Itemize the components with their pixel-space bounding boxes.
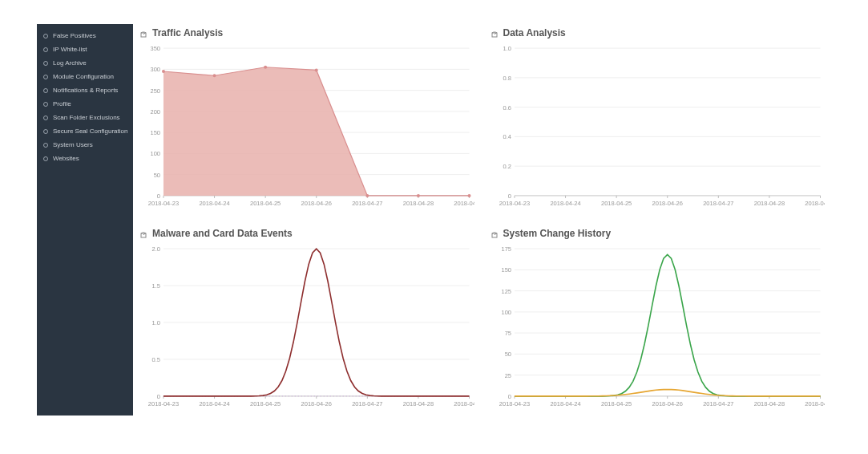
bullet-icon: [43, 116, 48, 120]
sidebar-item-label: IP White-list: [53, 46, 87, 53]
svg-text:2018-04-23: 2018-04-23: [499, 400, 529, 407]
sidebar-item-label: Websites: [53, 155, 79, 162]
chart-svg: 02550751001251501752018-04-232018-04-242…: [491, 244, 826, 412]
svg-text:1.5: 1.5: [152, 282, 160, 290]
svg-point-38: [417, 194, 420, 197]
svg-text:100: 100: [501, 309, 511, 316]
svg-text:250: 250: [150, 87, 160, 95]
svg-point-35: [264, 66, 267, 69]
svg-text:100: 100: [150, 150, 160, 157]
sidebar-item-secure-seal-configuration[interactable]: Secure Seal Configuration: [37, 124, 133, 138]
svg-text:200: 200: [150, 108, 160, 116]
svg-text:2018-04-27: 2018-04-27: [352, 200, 382, 207]
svg-text:2018-04-25: 2018-04-25: [600, 400, 631, 407]
svg-text:300: 300: [150, 66, 160, 73]
svg-text:2018-04-24: 2018-04-24: [199, 200, 229, 207]
sidebar-item-label: Log Archive: [53, 59, 87, 67]
svg-rect-97: [492, 233, 497, 237]
svg-text:0.6: 0.6: [503, 104, 511, 111]
svg-point-39: [468, 194, 471, 197]
sidebar-item-label: Secure Seal Configuration: [53, 128, 127, 135]
sidebar-item-label: Notifications & Reports: [53, 87, 118, 94]
svg-text:2018-04-29: 2018-04-29: [454, 200, 474, 207]
svg-text:2018-04-25: 2018-04-25: [600, 200, 631, 207]
bullet-icon: [43, 129, 48, 134]
svg-text:2018-04-29: 2018-04-29: [805, 400, 825, 407]
sidebar-item-notifications-reports[interactable]: Notifications & Reports: [37, 83, 133, 97]
svg-text:2018-04-24: 2018-04-24: [199, 400, 229, 407]
panel-malware-events: Malware and Card Data Events 00.51.01.52…: [139, 228, 474, 412]
sidebar-item-system-users[interactable]: System Users: [37, 138, 133, 152]
svg-text:50: 50: [154, 172, 160, 179]
svg-text:2018-04-24: 2018-04-24: [550, 400, 580, 407]
panel-title-text: System Change History: [503, 228, 612, 239]
svg-text:2018-04-28: 2018-04-28: [753, 200, 784, 207]
panel-data-analysis: Data Analysis 00.20.40.60.81.02018-04-23…: [491, 27, 826, 212]
bullet-icon: [43, 47, 48, 52]
svg-text:75: 75: [504, 330, 511, 337]
svg-text:2018-04-24: 2018-04-24: [550, 200, 580, 207]
svg-text:2018-04-28: 2018-04-28: [403, 400, 434, 407]
panel-title-text: Data Analysis: [503, 27, 566, 39]
bullet-icon: [43, 156, 48, 161]
panel-title: Malware and Card Data Events: [139, 228, 474, 239]
sidebar-item-label: System Users: [53, 141, 93, 148]
sidebar-item-label: Module Configuration: [53, 73, 114, 80]
sidebar-item-label: False Positives: [53, 32, 96, 39]
sidebar-item-ip-white-list[interactable]: IP White-list: [37, 43, 133, 56]
app-frame: False PositivesIP White-listLog ArchiveM…: [0, 0, 868, 454]
svg-text:0: 0: [507, 393, 511, 400]
svg-text:2018-04-26: 2018-04-26: [301, 200, 332, 207]
svg-text:175: 175: [501, 245, 511, 253]
svg-text:0: 0: [507, 193, 511, 200]
svg-point-33: [162, 70, 165, 73]
svg-text:0.4: 0.4: [503, 133, 511, 140]
svg-point-37: [365, 194, 369, 197]
svg-text:2018-04-26: 2018-04-26: [301, 400, 332, 407]
svg-text:2018-04-23: 2018-04-23: [148, 200, 179, 207]
panel-title: Data Analysis: [491, 27, 826, 39]
sidebar-item-websites[interactable]: Websites: [37, 152, 133, 165]
panel-system-change: System Change History 025507510012515017…: [491, 228, 826, 412]
svg-text:2018-04-25: 2018-04-25: [250, 400, 281, 407]
sidebar-item-false-positives[interactable]: False Positives: [37, 29, 133, 43]
sidebar-item-scan-folder-exclusions[interactable]: Scan Folder Exclusions: [37, 111, 133, 124]
sidebar: False PositivesIP White-listLog ArchiveM…: [37, 24, 133, 415]
chart-system-change: 02550751001251501752018-04-232018-04-242…: [491, 244, 826, 412]
panel-title: System Change History: [491, 228, 826, 239]
sidebar-item-module-configuration[interactable]: Module Configuration: [37, 70, 133, 83]
chart-data-analysis: 00.20.40.60.81.02018-04-232018-04-242018…: [491, 43, 826, 212]
svg-text:0.2: 0.2: [503, 163, 511, 170]
bullet-icon: [43, 143, 48, 148]
svg-text:2018-04-27: 2018-04-27: [703, 400, 733, 407]
sidebar-item-profile[interactable]: Profile: [37, 97, 133, 111]
main-content: Traffic Analysis 05010015020025030035020…: [133, 24, 831, 415]
sidebar-item-label: Profile: [53, 100, 71, 107]
svg-rect-40: [492, 33, 497, 37]
bullet-icon: [43, 61, 48, 66]
chart-malware-events: 00.51.01.52.02018-04-232018-04-242018-04…: [139, 244, 474, 412]
bullet-icon: [43, 102, 48, 107]
svg-text:2018-04-27: 2018-04-27: [703, 200, 733, 207]
bullet-icon: [43, 34, 48, 39]
sidebar-item-log-archive[interactable]: Log Archive: [37, 56, 133, 70]
svg-text:50: 50: [504, 351, 511, 358]
panel-title-text: Malware and Card Data Events: [152, 228, 293, 239]
svg-text:0.8: 0.8: [503, 75, 511, 82]
svg-point-34: [213, 74, 216, 77]
svg-text:125: 125: [501, 288, 511, 295]
svg-text:0: 0: [157, 393, 160, 400]
svg-text:2018-04-28: 2018-04-28: [403, 200, 434, 207]
chart-svg: 00.51.01.52.02018-04-232018-04-242018-04…: [139, 244, 474, 412]
svg-text:150: 150: [501, 266, 511, 274]
svg-text:0: 0: [157, 193, 160, 200]
svg-text:2018-04-23: 2018-04-23: [148, 400, 179, 407]
svg-text:0.5: 0.5: [152, 356, 160, 363]
svg-text:2018-04-29: 2018-04-29: [454, 400, 474, 407]
svg-rect-0: [141, 33, 146, 37]
svg-text:1.0: 1.0: [152, 319, 160, 326]
chart-svg: 00.20.40.60.81.02018-04-232018-04-242018…: [491, 43, 826, 212]
svg-text:2018-04-29: 2018-04-29: [805, 200, 825, 207]
panel-traffic-analysis: Traffic Analysis 05010015020025030035020…: [139, 27, 474, 212]
svg-text:1.0: 1.0: [503, 45, 511, 52]
